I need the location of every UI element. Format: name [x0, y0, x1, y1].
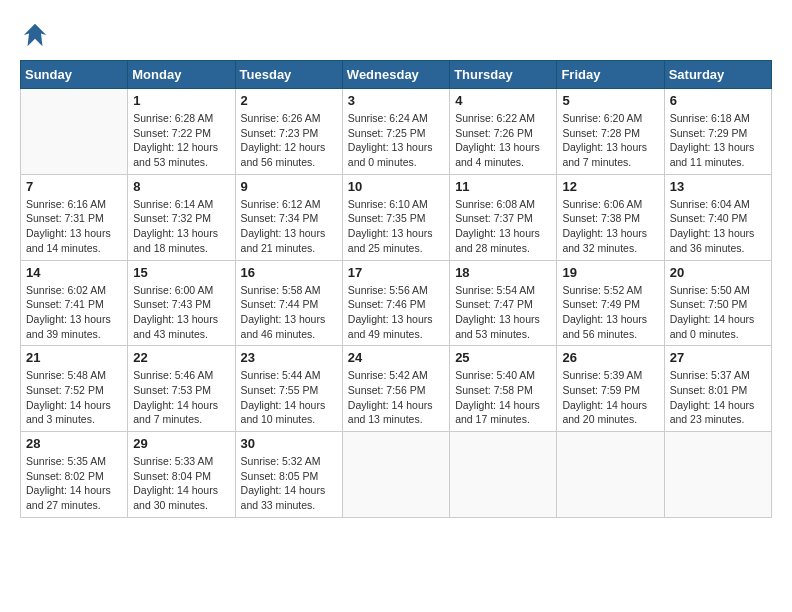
weekday-header-saturday: Saturday: [664, 61, 771, 89]
day-number: 2: [241, 93, 337, 108]
day-info: Sunrise: 6:00 AM Sunset: 7:43 PM Dayligh…: [133, 283, 229, 342]
day-number: 4: [455, 93, 551, 108]
svg-marker-0: [24, 24, 47, 47]
day-info: Sunrise: 5:33 AM Sunset: 8:04 PM Dayligh…: [133, 454, 229, 513]
day-info: Sunrise: 6:08 AM Sunset: 7:37 PM Dayligh…: [455, 197, 551, 256]
day-number: 5: [562, 93, 658, 108]
day-info: Sunrise: 6:02 AM Sunset: 7:41 PM Dayligh…: [26, 283, 122, 342]
calendar-cell: 17Sunrise: 5:56 AM Sunset: 7:46 PM Dayli…: [342, 260, 449, 346]
calendar-cell: 12Sunrise: 6:06 AM Sunset: 7:38 PM Dayli…: [557, 174, 664, 260]
calendar-cell: 11Sunrise: 6:08 AM Sunset: 7:37 PM Dayli…: [450, 174, 557, 260]
day-number: 30: [241, 436, 337, 451]
calendar-cell: 25Sunrise: 5:40 AM Sunset: 7:58 PM Dayli…: [450, 346, 557, 432]
calendar-cell: 9Sunrise: 6:12 AM Sunset: 7:34 PM Daylig…: [235, 174, 342, 260]
day-number: 26: [562, 350, 658, 365]
day-info: Sunrise: 5:54 AM Sunset: 7:47 PM Dayligh…: [455, 283, 551, 342]
day-info: Sunrise: 6:20 AM Sunset: 7:28 PM Dayligh…: [562, 111, 658, 170]
calendar-cell: 6Sunrise: 6:18 AM Sunset: 7:29 PM Daylig…: [664, 89, 771, 175]
calendar-cell: 1Sunrise: 6:28 AM Sunset: 7:22 PM Daylig…: [128, 89, 235, 175]
calendar-table: SundayMondayTuesdayWednesdayThursdayFrid…: [20, 60, 772, 518]
calendar-cell: 19Sunrise: 5:52 AM Sunset: 7:49 PM Dayli…: [557, 260, 664, 346]
calendar-cell: 22Sunrise: 5:46 AM Sunset: 7:53 PM Dayli…: [128, 346, 235, 432]
calendar-cell: 8Sunrise: 6:14 AM Sunset: 7:32 PM Daylig…: [128, 174, 235, 260]
weekday-header-tuesday: Tuesday: [235, 61, 342, 89]
calendar-cell: 4Sunrise: 6:22 AM Sunset: 7:26 PM Daylig…: [450, 89, 557, 175]
day-number: 18: [455, 265, 551, 280]
calendar-cell: 24Sunrise: 5:42 AM Sunset: 7:56 PM Dayli…: [342, 346, 449, 432]
day-number: 9: [241, 179, 337, 194]
day-number: 21: [26, 350, 122, 365]
day-info: Sunrise: 5:52 AM Sunset: 7:49 PM Dayligh…: [562, 283, 658, 342]
day-number: 24: [348, 350, 444, 365]
calendar-cell: 26Sunrise: 5:39 AM Sunset: 7:59 PM Dayli…: [557, 346, 664, 432]
calendar-cell: 13Sunrise: 6:04 AM Sunset: 7:40 PM Dayli…: [664, 174, 771, 260]
calendar-cell: [450, 432, 557, 518]
day-info: Sunrise: 5:39 AM Sunset: 7:59 PM Dayligh…: [562, 368, 658, 427]
day-info: Sunrise: 5:37 AM Sunset: 8:01 PM Dayligh…: [670, 368, 766, 427]
day-number: 15: [133, 265, 229, 280]
weekday-header-friday: Friday: [557, 61, 664, 89]
day-info: Sunrise: 6:28 AM Sunset: 7:22 PM Dayligh…: [133, 111, 229, 170]
calendar-cell: 20Sunrise: 5:50 AM Sunset: 7:50 PM Dayli…: [664, 260, 771, 346]
day-info: Sunrise: 5:42 AM Sunset: 7:56 PM Dayligh…: [348, 368, 444, 427]
calendar-cell: [664, 432, 771, 518]
calendar-cell: 7Sunrise: 6:16 AM Sunset: 7:31 PM Daylig…: [21, 174, 128, 260]
day-info: Sunrise: 6:04 AM Sunset: 7:40 PM Dayligh…: [670, 197, 766, 256]
day-number: 14: [26, 265, 122, 280]
day-number: 28: [26, 436, 122, 451]
day-info: Sunrise: 5:32 AM Sunset: 8:05 PM Dayligh…: [241, 454, 337, 513]
calendar-cell: [557, 432, 664, 518]
calendar-cell: 14Sunrise: 6:02 AM Sunset: 7:41 PM Dayli…: [21, 260, 128, 346]
day-number: 20: [670, 265, 766, 280]
calendar-cell: 10Sunrise: 6:10 AM Sunset: 7:35 PM Dayli…: [342, 174, 449, 260]
calendar-cell: 18Sunrise: 5:54 AM Sunset: 7:47 PM Dayli…: [450, 260, 557, 346]
calendar-cell: 30Sunrise: 5:32 AM Sunset: 8:05 PM Dayli…: [235, 432, 342, 518]
calendar-cell: [21, 89, 128, 175]
calendar-cell: 28Sunrise: 5:35 AM Sunset: 8:02 PM Dayli…: [21, 432, 128, 518]
day-number: 13: [670, 179, 766, 194]
calendar-cell: 27Sunrise: 5:37 AM Sunset: 8:01 PM Dayli…: [664, 346, 771, 432]
day-info: Sunrise: 6:24 AM Sunset: 7:25 PM Dayligh…: [348, 111, 444, 170]
day-number: 6: [670, 93, 766, 108]
calendar-week-row: 7Sunrise: 6:16 AM Sunset: 7:31 PM Daylig…: [21, 174, 772, 260]
day-info: Sunrise: 5:58 AM Sunset: 7:44 PM Dayligh…: [241, 283, 337, 342]
day-number: 8: [133, 179, 229, 194]
day-info: Sunrise: 6:06 AM Sunset: 7:38 PM Dayligh…: [562, 197, 658, 256]
day-info: Sunrise: 5:46 AM Sunset: 7:53 PM Dayligh…: [133, 368, 229, 427]
day-number: 10: [348, 179, 444, 194]
day-number: 29: [133, 436, 229, 451]
calendar-cell: 21Sunrise: 5:48 AM Sunset: 7:52 PM Dayli…: [21, 346, 128, 432]
day-info: Sunrise: 6:16 AM Sunset: 7:31 PM Dayligh…: [26, 197, 122, 256]
day-number: 12: [562, 179, 658, 194]
day-number: 23: [241, 350, 337, 365]
day-info: Sunrise: 6:18 AM Sunset: 7:29 PM Dayligh…: [670, 111, 766, 170]
calendar-cell: 3Sunrise: 6:24 AM Sunset: 7:25 PM Daylig…: [342, 89, 449, 175]
calendar-cell: 16Sunrise: 5:58 AM Sunset: 7:44 PM Dayli…: [235, 260, 342, 346]
calendar-cell: 15Sunrise: 6:00 AM Sunset: 7:43 PM Dayli…: [128, 260, 235, 346]
day-number: 1: [133, 93, 229, 108]
calendar-cell: 5Sunrise: 6:20 AM Sunset: 7:28 PM Daylig…: [557, 89, 664, 175]
day-number: 16: [241, 265, 337, 280]
day-info: Sunrise: 6:22 AM Sunset: 7:26 PM Dayligh…: [455, 111, 551, 170]
weekday-header-sunday: Sunday: [21, 61, 128, 89]
day-info: Sunrise: 5:44 AM Sunset: 7:55 PM Dayligh…: [241, 368, 337, 427]
page-header: [20, 20, 772, 50]
calendar-week-row: 21Sunrise: 5:48 AM Sunset: 7:52 PM Dayli…: [21, 346, 772, 432]
weekday-header-wednesday: Wednesday: [342, 61, 449, 89]
calendar-header-row: SundayMondayTuesdayWednesdayThursdayFrid…: [21, 61, 772, 89]
day-info: Sunrise: 6:14 AM Sunset: 7:32 PM Dayligh…: [133, 197, 229, 256]
day-number: 22: [133, 350, 229, 365]
day-info: Sunrise: 5:56 AM Sunset: 7:46 PM Dayligh…: [348, 283, 444, 342]
calendar-cell: 23Sunrise: 5:44 AM Sunset: 7:55 PM Dayli…: [235, 346, 342, 432]
calendar-cell: [342, 432, 449, 518]
logo: [20, 20, 54, 50]
day-info: Sunrise: 6:12 AM Sunset: 7:34 PM Dayligh…: [241, 197, 337, 256]
weekday-header-thursday: Thursday: [450, 61, 557, 89]
logo-icon: [20, 20, 50, 50]
day-number: 19: [562, 265, 658, 280]
day-info: Sunrise: 5:50 AM Sunset: 7:50 PM Dayligh…: [670, 283, 766, 342]
day-info: Sunrise: 5:48 AM Sunset: 7:52 PM Dayligh…: [26, 368, 122, 427]
day-number: 27: [670, 350, 766, 365]
day-info: Sunrise: 5:40 AM Sunset: 7:58 PM Dayligh…: [455, 368, 551, 427]
day-info: Sunrise: 5:35 AM Sunset: 8:02 PM Dayligh…: [26, 454, 122, 513]
